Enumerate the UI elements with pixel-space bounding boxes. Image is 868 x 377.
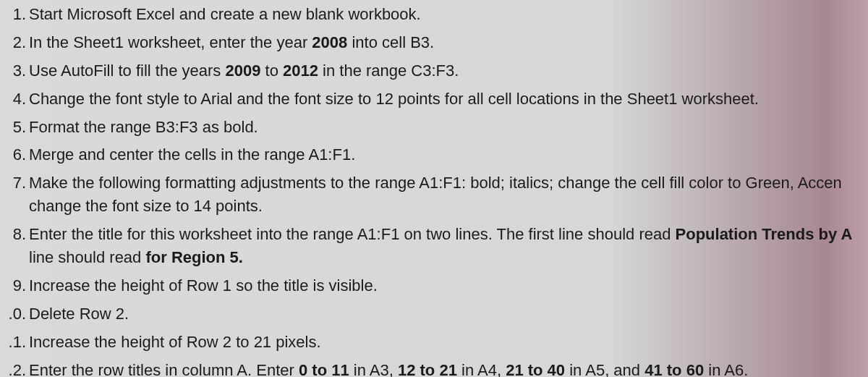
item-content: Increase the height of Row 1 so the titl… bbox=[29, 276, 378, 295]
instruction-item: 9.Increase the height of Row 1 so the ti… bbox=[6, 274, 868, 297]
text: in A5, and bbox=[565, 361, 644, 377]
bold-text: 41 to 60 bbox=[644, 361, 704, 377]
text: Format the range B3:F3 as bold. bbox=[29, 118, 258, 136]
item-content: Enter the title for this worksheet into … bbox=[29, 225, 868, 269]
instruction-item: 1.Start Microsoft Excel and create a new… bbox=[6, 3, 868, 26]
item-continuation: change the font size to 14 points. bbox=[29, 195, 868, 218]
instruction-list: 1.Start Microsoft Excel and create a new… bbox=[6, 3, 868, 377]
text: in A6. bbox=[704, 361, 748, 377]
bold-text: 2009 bbox=[225, 62, 260, 80]
bold-text: 2012 bbox=[283, 62, 318, 80]
instruction-item: 8.Enter the title for this worksheet int… bbox=[6, 223, 868, 269]
instruction-item: .2.Enter the row titles in column A. Ent… bbox=[6, 359, 868, 377]
item-number: 2. bbox=[6, 31, 26, 54]
item-content: Increase the height of Row 2 to 21 pixel… bbox=[29, 333, 321, 351]
text: line should read bbox=[29, 248, 145, 266]
text: Enter the title for this worksheet into … bbox=[29, 225, 676, 243]
item-number: 3. bbox=[6, 59, 26, 82]
instruction-item: 7.Make the following formatting adjustme… bbox=[6, 171, 868, 218]
text: in A3, bbox=[349, 361, 398, 377]
instruction-item: .0.Delete Row 2. bbox=[6, 302, 868, 326]
item-number: 1. bbox=[6, 3, 26, 26]
bold-text: 21 to 40 bbox=[506, 361, 565, 377]
item-number: 6. bbox=[6, 143, 26, 166]
item-number: .2. bbox=[6, 359, 26, 377]
instruction-item: .1.Increase the height of Row 2 to 21 pi… bbox=[6, 331, 868, 354]
item-content: In the Sheet1 worksheet, enter the year … bbox=[29, 33, 434, 51]
instruction-item: 4.Change the font style to Arial and the… bbox=[6, 88, 868, 111]
item-number: 9. bbox=[6, 274, 26, 297]
item-content: Format the range B3:F3 as bold. bbox=[29, 118, 258, 136]
item-content: Start Microsoft Excel and create a new b… bbox=[29, 5, 421, 23]
text: Enter the row titles in column A. Enter bbox=[29, 361, 299, 377]
item-number: 5. bbox=[6, 116, 26, 139]
text: Increase the height of Row 1 so the titl… bbox=[29, 276, 378, 295]
instruction-item: 2.In the Sheet1 worksheet, enter the yea… bbox=[6, 31, 868, 54]
bold-text: for Region 5. bbox=[145, 248, 242, 266]
text: Increase the height of Row 2 to 21 pixel… bbox=[29, 333, 321, 351]
text: Start Microsoft Excel and create a new b… bbox=[29, 5, 421, 23]
bold-text: 0 to 11 bbox=[299, 361, 349, 377]
text: Merge and center the cells in the range … bbox=[29, 145, 355, 164]
item-number: 8. bbox=[6, 223, 26, 246]
item-content: Make the following formatting adjustment… bbox=[29, 174, 868, 218]
text: Use AutoFill to fill the years bbox=[29, 62, 225, 80]
bold-text: 12 to 21 bbox=[398, 361, 457, 377]
instruction-item: 5.Format the range B3:F3 as bold. bbox=[6, 116, 868, 139]
bold-text: 2008 bbox=[312, 33, 347, 51]
item-number: 4. bbox=[6, 88, 26, 111]
item-number: .0. bbox=[6, 302, 26, 326]
instruction-item: 3.Use AutoFill to fill the years 2009 to… bbox=[6, 59, 868, 82]
item-content: Enter the row titles in column A. Enter … bbox=[29, 361, 748, 377]
item-content: Change the font style to Arial and the f… bbox=[29, 90, 759, 108]
item-content: Use AutoFill to fill the years 2009 to 2… bbox=[29, 62, 459, 80]
item-content: Merge and center the cells in the range … bbox=[29, 145, 355, 164]
text: into cell B3. bbox=[347, 33, 434, 51]
text: Delete Row 2. bbox=[29, 305, 129, 323]
text: Make the following formatting adjustment… bbox=[29, 174, 842, 192]
item-content: Delete Row 2. bbox=[29, 305, 129, 323]
text: in the range C3:F3. bbox=[318, 62, 459, 80]
text: to bbox=[260, 62, 283, 80]
bold-text: Population Trends by A bbox=[676, 225, 853, 243]
item-number: .1. bbox=[6, 331, 26, 354]
text: In the Sheet1 worksheet, enter the year bbox=[29, 33, 312, 51]
text: Change the font style to Arial and the f… bbox=[29, 90, 759, 108]
text: in A4, bbox=[457, 361, 506, 377]
instruction-item: 6.Merge and center the cells in the rang… bbox=[6, 143, 868, 166]
item-number: 7. bbox=[6, 171, 26, 195]
item-continuation: line should read for Region 5. bbox=[29, 246, 868, 269]
text: change the font size to 14 points. bbox=[29, 197, 263, 215]
